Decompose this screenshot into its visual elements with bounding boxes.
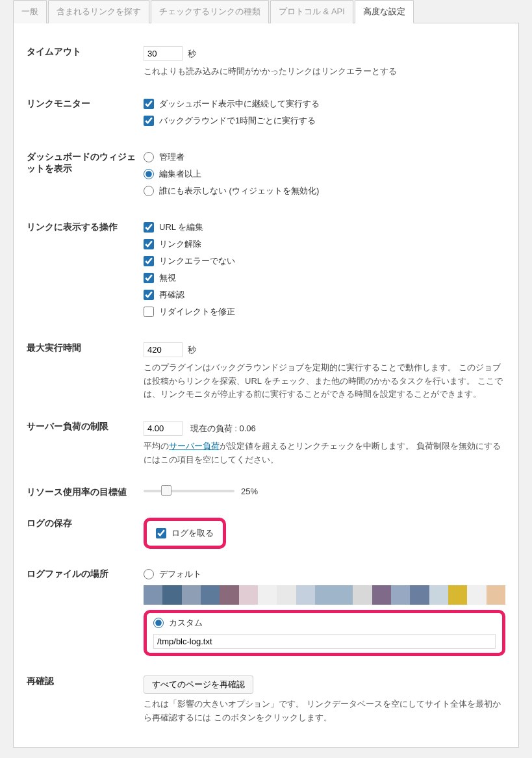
monitor-dashboard-checkbox[interactable] — [144, 99, 154, 109]
action-not-broken-checkbox[interactable] — [144, 256, 154, 266]
server-load-label: サーバー負荷の制限 — [14, 411, 144, 477]
log-custom-radio[interactable] — [153, 618, 164, 628]
action-dismiss-checkbox[interactable] — [144, 273, 154, 283]
current-load-value: 0.06 — [239, 423, 255, 433]
log-save-label: ログの保存 — [14, 508, 144, 559]
log-path-input[interactable] — [153, 634, 496, 649]
log-save-highlight: ログを取る — [144, 518, 226, 549]
server-load-desc: 平均のサーバー負荷が設定値を超えるとリンクチェックを中断します。 負荷制限を無効… — [144, 440, 505, 467]
widget-none-radio[interactable] — [144, 186, 154, 196]
tab-link-types[interactable]: チェックするリンクの種類 — [151, 0, 269, 23]
monitor-background-label: バックグラウンドで1時間ごとに実行する — [159, 115, 316, 127]
resource-value: 25% — [241, 486, 258, 496]
link-actions-label: リンクに表示する操作 — [14, 212, 144, 333]
log-enable-checkbox[interactable] — [156, 528, 166, 538]
recheck-desc: これは「影響の大きいオプション」です。 リンクデータベースを空にしてサイト全体を… — [144, 698, 505, 725]
tab-advanced[interactable]: 高度な設定 — [355, 0, 414, 23]
monitor-dashboard-label: ダッシュボード表示中に継続して実行する — [159, 98, 320, 110]
log-location-label: ログファイルの場所 — [14, 559, 144, 666]
settings-panel: タイムアウト 秒 これよりも読み込みに時間がかかったリンクはリンクエラーとする … — [13, 23, 519, 748]
timeout-unit: 秒 — [188, 49, 196, 58]
resource-slider[interactable] — [144, 490, 234, 492]
action-edit-url-label: URL を編集 — [159, 221, 203, 233]
tab-general[interactable]: 一般 — [13, 0, 47, 23]
max-exec-desc: このプラグインはバックグラウンドジョブを定期的に実行することで動作します。 この… — [144, 361, 505, 401]
widget-editor-radio[interactable] — [144, 169, 154, 179]
tab-protocol[interactable]: プロトコル & API — [270, 0, 353, 23]
action-fix-redirect-label: リダイレクトを修正 — [159, 306, 235, 318]
action-unlink-checkbox[interactable] — [144, 239, 154, 249]
server-load-link[interactable]: サーバー負荷 — [169, 441, 220, 451]
log-default-path-obscured — [144, 585, 505, 605]
log-default-radio[interactable] — [144, 569, 154, 579]
action-fix-redirect-checkbox[interactable] — [144, 307, 154, 317]
action-recheck-checkbox[interactable] — [144, 290, 154, 300]
log-custom-highlight: カスタム — [144, 610, 505, 656]
recheck-label: 再確認 — [14, 666, 144, 735]
tabs-nav: 一般 含まれるリンクを探す チェックするリンクの種類 プロトコル & API 高… — [0, 0, 532, 23]
timeout-desc: これよりも読み込みに時間がかかったリンクはリンクエラーとする — [144, 65, 505, 79]
recheck-all-button[interactable]: すべてのページを再確認 — [144, 676, 253, 694]
server-load-input[interactable] — [144, 421, 183, 436]
widget-none-label: 誰にも表示しない (ウィジェットを無効化) — [159, 185, 319, 197]
link-monitor-label: リンクモニター — [14, 88, 144, 142]
widget-admin-radio[interactable] — [144, 152, 154, 162]
current-load-label: 現在の負荷 : — [190, 423, 237, 433]
log-default-label: デフォルト — [159, 568, 201, 580]
resource-slider-handle[interactable] — [161, 485, 171, 496]
log-enable-label: ログを取る — [171, 527, 214, 539]
timeout-label: タイムアウト — [14, 36, 144, 88]
monitor-background-checkbox[interactable] — [144, 116, 154, 126]
max-exec-unit: 秒 — [188, 345, 196, 355]
widget-admin-label: 管理者 — [159, 151, 184, 163]
tab-find-links[interactable]: 含まれるリンクを探す — [48, 0, 149, 23]
action-unlink-label: リンク解除 — [159, 238, 201, 250]
widget-editor-label: 編集者以上 — [159, 168, 201, 180]
max-exec-label: 最大実行時間 — [14, 333, 144, 411]
action-recheck-label: 再確認 — [159, 289, 184, 301]
max-exec-input[interactable] — [144, 342, 183, 357]
action-dismiss-label: 無視 — [159, 272, 176, 284]
action-edit-url-checkbox[interactable] — [144, 222, 154, 233]
resource-label: リソース使用率の目標値 — [14, 477, 144, 508]
log-custom-label: カスタム — [169, 617, 203, 629]
action-not-broken-label: リンクエラーでない — [159, 255, 235, 267]
dashboard-widget-label: ダッシュボードのウィジェットを表示 — [14, 142, 144, 212]
timeout-input[interactable] — [144, 46, 183, 61]
